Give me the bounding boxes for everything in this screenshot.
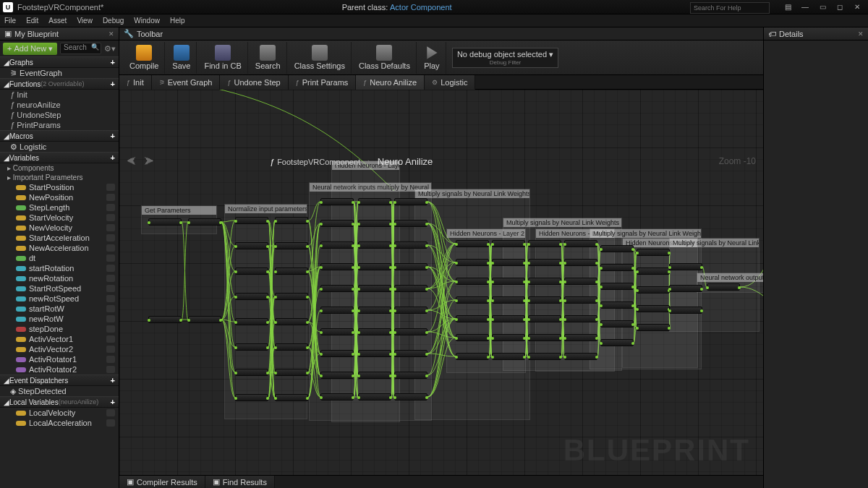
graph-node[interactable] (637, 305, 670, 312)
tree-item[interactable]: dt (0, 253, 119, 263)
tree-item[interactable]: StartVelocity (0, 213, 119, 223)
graph-tab[interactable]: ⚙Logistic (425, 75, 475, 90)
graph-node[interactable] (148, 218, 182, 226)
section-functions[interactable]: ◢Functions (2 Overridable)+ (0, 78, 119, 90)
visibility-icon[interactable] (106, 244, 115, 252)
graph-node[interactable] (492, 240, 525, 247)
tree-item[interactable]: NewAcceleration (0, 243, 119, 253)
graph-tab[interactable]: ƒInit (119, 75, 152, 90)
tree-item[interactable]: neuroAnilize (0, 100, 119, 110)
graph-tab[interactable]: ƒNeuro Anilize (356, 75, 425, 90)
visibility-icon[interactable] (106, 419, 115, 427)
tree-item[interactable]: StartPosition (0, 182, 119, 192)
menu-edit[interactable]: Edit (26, 17, 38, 25)
class-defaults-button[interactable]: Class Defaults (353, 42, 417, 74)
graph-node[interactable] (456, 296, 489, 304)
graph-node[interactable] (669, 285, 702, 292)
tree-item[interactable]: ActivRotator2 (0, 364, 119, 374)
graph-node[interactable] (528, 278, 561, 285)
graph-tab[interactable]: ƒUndone Step (220, 75, 288, 90)
window-maximize-icon[interactable]: ◻ (832, 2, 848, 12)
tree-item[interactable]: StartRotSpeed (0, 283, 119, 294)
close-tab-icon[interactable]: ✕ (109, 30, 114, 38)
visibility-icon[interactable] (106, 325, 115, 333)
graph-node[interactable] (275, 394, 308, 401)
var-group[interactable]: ▸ Important Parameters (0, 173, 119, 182)
tree-item[interactable]: stepDone (0, 324, 119, 334)
graph-node[interactable] (600, 264, 634, 271)
graph-node[interactable] (235, 369, 268, 376)
graph-node[interactable] (528, 353, 561, 360)
search-button[interactable]: Search (250, 42, 287, 74)
visibility-icon[interactable] (106, 194, 115, 201)
graph-node[interactable] (637, 324, 670, 331)
graph-node[interactable] (564, 259, 597, 266)
visibility-icon[interactable] (106, 275, 115, 282)
details-tab[interactable]: 🏷 Details ✕ (764, 27, 868, 40)
bottom-tab[interactable]: ▣Compiler Results (119, 476, 205, 489)
my-blueprint-tab[interactable]: ▣ My Blueprint ✕ (0, 27, 119, 40)
graph-node[interactable] (492, 315, 525, 322)
graph-node[interactable] (564, 315, 597, 322)
graph-node[interactable] (394, 307, 427, 314)
graph-node[interactable] (492, 353, 525, 360)
add-icon[interactable]: + (111, 153, 115, 162)
graph-node[interactable] (235, 267, 268, 275)
graph-node[interactable] (320, 350, 354, 357)
tree-item[interactable]: LocalVelocity (0, 408, 119, 418)
visibility-icon[interactable] (106, 366, 115, 373)
save-button[interactable]: Save (166, 42, 197, 74)
graph-node[interactable] (669, 307, 702, 314)
add-icon[interactable]: + (111, 132, 115, 140)
graph-node[interactable] (637, 286, 670, 294)
graph-node[interactable] (564, 240, 597, 247)
graph-node[interactable] (394, 350, 427, 357)
graph-node[interactable] (320, 307, 354, 314)
graph-node[interactable] (235, 394, 268, 401)
graph-tab[interactable]: ⚞Event Graph (152, 75, 221, 90)
visibility-icon[interactable] (106, 234, 115, 241)
graph-node[interactable] (235, 318, 268, 325)
tree-item[interactable]: newRotW (0, 314, 119, 324)
visibility-icon[interactable] (106, 346, 115, 353)
tree-item[interactable]: startRotW (0, 304, 119, 314)
section-graphs[interactable]: ◢Graphs+ (0, 56, 119, 68)
tree-item[interactable]: newRotSpeed (0, 294, 119, 304)
graph-node[interactable] (456, 353, 489, 360)
tree-item[interactable]: ActivRotator1 (0, 354, 119, 364)
graph-node[interactable] (492, 334, 525, 341)
tree-item[interactable]: ⚙ Logistic (0, 142, 119, 152)
visibility-icon[interactable] (106, 254, 115, 262)
visibility-icon[interactable] (106, 295, 115, 302)
graph-node[interactable] (148, 316, 182, 323)
section-macros[interactable]: ◢Macros+ (0, 130, 119, 142)
tree-item[interactable]: ◈ StepDetected (0, 386, 119, 396)
tree-item[interactable]: NewVelocity (0, 223, 119, 233)
graph-node[interactable] (358, 220, 391, 227)
close-tab-icon[interactable]: ✕ (858, 30, 864, 38)
graph-node[interactable] (456, 315, 489, 322)
graph-node[interactable] (235, 242, 268, 249)
breadcrumb-root[interactable]: ƒFootstepVRComponent (270, 156, 360, 167)
graph-node[interactable] (358, 307, 391, 314)
graph-node[interactable] (275, 318, 308, 325)
graph-node[interactable] (394, 393, 427, 401)
tree-item[interactable]: StartAcceleration (0, 233, 119, 243)
graph-node[interactable] (528, 315, 561, 322)
visibility-icon[interactable] (106, 214, 115, 221)
compile-button[interactable]: Compile (124, 42, 165, 74)
graph-node[interactable] (528, 259, 561, 266)
tree-item[interactable]: PrintParams (0, 120, 119, 130)
menu-asset[interactable]: Asset (48, 17, 67, 25)
visibility-icon[interactable] (106, 204, 115, 211)
graph-node[interactable] (394, 263, 427, 270)
menu-debug[interactable]: Debug (103, 17, 124, 25)
menu-help[interactable]: Help (170, 17, 185, 25)
graph-node[interactable] (600, 301, 634, 309)
class-settings-button[interactable]: Class Settings (289, 42, 352, 74)
tree-item[interactable]: StepLength (0, 202, 119, 213)
graph-node[interactable] (320, 198, 354, 205)
graph-node[interactable] (600, 283, 634, 290)
graph-node[interactable] (637, 249, 670, 256)
menu-view[interactable]: View (77, 17, 93, 25)
